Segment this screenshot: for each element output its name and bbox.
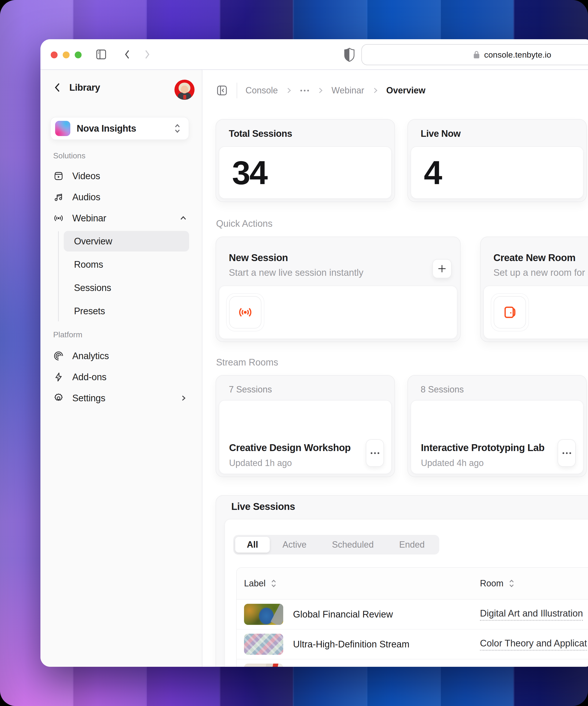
card-title: Create New Room [494, 252, 576, 263]
session-thumbnail [244, 634, 283, 655]
session-thumbnail [244, 604, 283, 625]
main-content: Console Webinar Overview Total Sessions [202, 70, 588, 667]
quick-action-create-room[interactable]: Create New Room Set up a new room for se [480, 237, 588, 342]
broadcast-icon [229, 296, 261, 328]
table-header: Label Room [237, 568, 588, 600]
subtree-guide-line [58, 231, 59, 321]
analytics-icon [53, 351, 64, 361]
stats-row: Total Sessions 34 Live Now 4 [216, 119, 587, 202]
tab-active[interactable]: Active [270, 537, 319, 553]
address-bar[interactable]: console.tenbyte.io [362, 44, 588, 65]
more-options-button[interactable] [366, 439, 384, 467]
sort-icon [270, 579, 277, 588]
sessions-table: Label Room [236, 567, 588, 667]
workspace-logo [55, 121, 70, 136]
sidebar-item-settings[interactable]: Settings [48, 388, 195, 409]
table-row[interactable]: Global Financial Review Digital Art and … [237, 600, 588, 629]
sidebar-item-audios[interactable]: Audios [48, 187, 195, 208]
sidebar-item-overview[interactable]: Overview [64, 231, 189, 251]
workspace-name: Nova Insights [77, 123, 167, 134]
session-label: Global Financial Review [293, 609, 393, 620]
breadcrumb-webinar[interactable]: Webinar [332, 85, 364, 95]
breadcrumb-overview: Overview [386, 85, 426, 95]
browser-sidebar-toggle-icon[interactable] [95, 48, 108, 61]
browser-window: console.tenbyte.io Library [40, 39, 588, 667]
workspace-switcher[interactable]: Nova Insights [50, 117, 189, 140]
sidebar-item-label: Add-ons [72, 372, 195, 383]
chevron-up-icon[interactable] [179, 213, 188, 223]
browser-forward-icon[interactable] [140, 48, 153, 61]
breadcrumb-ellipsis-icon[interactable] [300, 87, 309, 94]
tab-scheduled[interactable]: Scheduled [319, 537, 386, 553]
breadcrumb-divider [237, 83, 237, 98]
sort-icon [508, 579, 515, 588]
sidebar-item-rooms[interactable]: Rooms [64, 253, 191, 276]
sidebar: Library Nova Insights Solutions [40, 70, 202, 667]
webinar-icon [53, 212, 64, 224]
url-text: console.tenbyte.io [484, 50, 551, 60]
stat-value: 4 [424, 154, 441, 192]
stream-room-card[interactable]: 8 Sessions Interactive Prototyping Lab U… [408, 375, 587, 477]
sidebar-item-videos[interactable]: Videos [48, 165, 195, 187]
quick-actions-row: New Session Start a new live session ins… [216, 237, 588, 342]
sidebar-item-addons[interactable]: Add-ons [48, 366, 195, 388]
stat-card-live-now: Live Now 4 [408, 119, 587, 202]
stream-room-card[interactable]: 7 Sessions Creative Design Workshop Upda… [216, 375, 395, 477]
tab-all[interactable]: All [235, 537, 270, 553]
table-row[interactable] [237, 659, 588, 667]
room-updated: Updated 1h ago [229, 458, 292, 468]
room-sessions-count: 8 Sessions [421, 384, 464, 395]
session-label: Ultra-High-Definition Stream [293, 639, 409, 650]
room-sessions-count: 7 Sessions [229, 384, 272, 395]
session-room-link[interactable]: Color Theory and Applicat [480, 638, 587, 651]
room-name: Interactive Prototyping Lab [421, 442, 544, 453]
column-header-room[interactable]: Room [480, 568, 515, 599]
stat-label: Live Now [421, 128, 461, 139]
quick-actions-heading: Quick Actions [216, 219, 272, 229]
room-updated: Updated 4h ago [421, 458, 484, 468]
sidebar-item-sessions[interactable]: Sessions [64, 276, 191, 300]
live-sessions-title: Live Sessions [231, 501, 295, 512]
user-avatar[interactable] [174, 80, 195, 100]
quick-action-new-session[interactable]: New Session Start a new live session ins… [216, 237, 461, 342]
card-subtitle: Start a new live session instantly [229, 268, 363, 278]
library-back-label: Library [69, 82, 100, 93]
more-options-button[interactable] [558, 439, 576, 467]
session-room-link[interactable]: Digital Art and Illustration [480, 608, 583, 621]
sidebar-item-presets[interactable]: Presets [64, 300, 191, 323]
sidebar-item-webinar[interactable]: Webinar [48, 208, 195, 229]
browser-back-icon[interactable] [121, 48, 134, 61]
chevron-right-icon[interactable] [179, 394, 188, 402]
stream-rooms-row: 7 Sessions Creative Design Workshop Upda… [216, 375, 587, 477]
lock-icon [473, 50, 480, 59]
session-thumbnail [244, 664, 283, 667]
videos-icon [53, 171, 64, 182]
chevron-right-icon [285, 86, 293, 94]
panel-collapse-icon[interactable] [216, 84, 228, 97]
add-button[interactable] [432, 259, 452, 278]
privacy-shield-icon[interactable] [342, 47, 356, 62]
chevron-up-down-icon [173, 123, 182, 134]
table-row[interactable]: Ultra-High-Definition Stream Color Theor… [237, 629, 588, 659]
browser-toolbar: console.tenbyte.io [40, 39, 588, 70]
sidebar-item-label: Videos [72, 171, 195, 182]
sidebar-item-analytics[interactable]: Analytics [48, 345, 195, 366]
zoom-window-button[interactable] [75, 51, 82, 58]
settings-icon [53, 393, 64, 403]
room-name: Creative Design Workshop [229, 442, 350, 453]
tab-ended[interactable]: Ended [386, 537, 437, 553]
stat-label: Total Sessions [229, 128, 292, 139]
minimize-window-button[interactable] [63, 51, 70, 58]
sidebar-item-label: Settings [72, 393, 171, 403]
chevron-right-icon [316, 86, 325, 94]
sidebar-back-button[interactable]: Library [53, 82, 100, 93]
breadcrumb: Console Webinar Overview [216, 83, 426, 98]
audios-icon [53, 192, 64, 202]
sidebar-item-label: Webinar [72, 213, 170, 224]
close-window-button[interactable] [51, 51, 57, 58]
live-sessions-card: Live Sessions All Active Scheduled Ended… [216, 495, 588, 667]
breadcrumb-console[interactable]: Console [246, 85, 278, 95]
card-title: New Session [229, 252, 288, 263]
column-header-label[interactable]: Label [244, 568, 277, 599]
card-subtitle: Set up a new room for se [494, 268, 588, 278]
